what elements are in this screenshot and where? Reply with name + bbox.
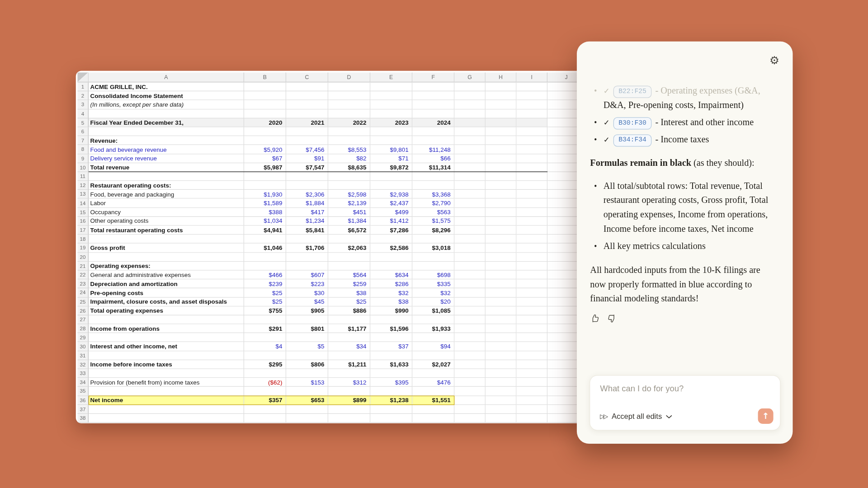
cell-A5[interactable]: Fiscal Year Ended December 31, — [89, 118, 244, 127]
cell-B16[interactable]: $1,034 — [244, 217, 286, 226]
cell-A9[interactable]: Delivery service revenue — [89, 154, 244, 163]
row-header-11[interactable]: 11 — [77, 172, 88, 181]
cell-D19[interactable]: $2,063 — [328, 244, 370, 253]
cell-I34[interactable] — [516, 378, 547, 387]
cell-E14[interactable]: $2,437 — [370, 199, 412, 208]
cell-C14[interactable]: $1,884 — [286, 199, 328, 208]
row-header-18[interactable]: 18 — [77, 235, 88, 244]
cell-H9[interactable] — [486, 154, 517, 163]
cell-G4[interactable] — [454, 109, 486, 118]
cell-I36[interactable] — [516, 396, 547, 405]
row-header-12[interactable]: 12 — [77, 181, 88, 190]
cell-D37[interactable] — [328, 405, 370, 414]
cell-A15[interactable]: Occupancy — [89, 208, 244, 217]
cell-I25[interactable] — [516, 297, 547, 306]
cell-D13[interactable]: $2,598 — [328, 190, 370, 199]
row-header-8[interactable]: 8 — [77, 145, 88, 154]
cell-G5[interactable] — [454, 118, 486, 127]
row-header-30[interactable]: 30 — [77, 342, 88, 351]
cell-F22[interactable]: $698 — [412, 271, 454, 280]
cell-I6[interactable] — [516, 127, 547, 136]
cell-D21[interactable] — [328, 262, 370, 271]
cell-E29[interactable] — [370, 333, 412, 342]
row-header-34[interactable]: 34 — [77, 378, 88, 387]
cell-G1[interactable] — [454, 82, 486, 91]
column-header-D[interactable]: D — [328, 72, 370, 82]
column-header-A[interactable]: A — [89, 72, 244, 82]
cell-E2[interactable] — [370, 91, 412, 100]
cell-F34[interactable]: $476 — [412, 378, 454, 387]
cell-E7[interactable] — [370, 136, 412, 145]
accept-all-edits-button[interactable]: ▷▷ Accept all edits — [600, 412, 672, 420]
cell-B27[interactable] — [244, 315, 286, 324]
cell-F19[interactable]: $3,018 — [412, 244, 454, 253]
cell-E36[interactable]: $1,238 — [370, 396, 412, 405]
cell-I1[interactable] — [516, 82, 547, 91]
cell-C7[interactable] — [286, 136, 328, 145]
cell-G26[interactable] — [454, 306, 486, 315]
cell-A24[interactable]: Pre-opening costs — [89, 288, 244, 297]
cell-C18[interactable] — [286, 235, 328, 244]
cell-I29[interactable] — [516, 333, 547, 342]
cell-G23[interactable] — [454, 280, 486, 289]
row-header-35[interactable]: 35 — [77, 387, 88, 396]
cell-E31[interactable] — [370, 351, 412, 360]
cell-C6[interactable] — [286, 127, 328, 136]
cell-A7[interactable]: Revenue: — [89, 136, 244, 145]
cell-C28[interactable]: $801 — [286, 324, 328, 333]
cell-F11[interactable] — [412, 172, 454, 181]
cell-E34[interactable]: $395 — [370, 378, 412, 387]
row-header-3[interactable]: 3 — [77, 100, 88, 109]
cell-B30[interactable]: $4 — [244, 342, 286, 351]
cell-B3[interactable] — [244, 100, 286, 109]
cell-I37[interactable] — [516, 405, 547, 414]
cell-H6[interactable] — [486, 127, 517, 136]
cell-C34[interactable]: $153 — [286, 378, 328, 387]
row-header-28[interactable]: 28 — [77, 324, 88, 333]
cell-F36[interactable]: $1,551 — [412, 396, 454, 405]
cell-A19[interactable]: Gross profit — [89, 244, 244, 253]
cell-D7[interactable] — [328, 136, 370, 145]
cell-E19[interactable]: $2,586 — [370, 244, 412, 253]
row-header-25[interactable]: 25 — [77, 297, 88, 306]
cell-B15[interactable]: $388 — [244, 208, 286, 217]
cell-E11[interactable] — [370, 172, 412, 181]
cell-B38[interactable] — [244, 414, 286, 423]
cell-I19[interactable] — [516, 244, 547, 253]
cell-G21[interactable] — [454, 262, 486, 271]
cell-G13[interactable] — [454, 190, 486, 199]
cell-E4[interactable] — [370, 109, 412, 118]
cell-E21[interactable] — [370, 262, 412, 271]
cell-I16[interactable] — [516, 217, 547, 226]
cell-F21[interactable] — [412, 262, 454, 271]
cell-G34[interactable] — [454, 378, 486, 387]
column-header-I[interactable]: I — [516, 72, 547, 82]
cell-D33[interactable] — [328, 369, 370, 378]
cell-B20[interactable] — [244, 253, 286, 262]
cell-G8[interactable] — [454, 145, 486, 154]
cell-G19[interactable] — [454, 244, 486, 253]
cell-F12[interactable] — [412, 181, 454, 190]
cell-B28[interactable]: $291 — [244, 324, 286, 333]
send-button[interactable]: ↑ — [758, 408, 773, 424]
cell-G2[interactable] — [454, 91, 486, 100]
cell-I10[interactable] — [516, 163, 547, 172]
cell-H33[interactable] — [486, 369, 517, 378]
cell-I13[interactable] — [516, 190, 547, 199]
cell-I35[interactable] — [516, 387, 547, 396]
cell-I15[interactable] — [516, 208, 547, 217]
cell-A8[interactable]: Food and beverage revenue — [89, 145, 244, 154]
cell-F5[interactable]: 2024 — [412, 118, 454, 127]
row-header-14[interactable]: 14 — [77, 199, 88, 208]
cell-H26[interactable] — [486, 306, 517, 315]
cell-D3[interactable] — [328, 100, 370, 109]
cell-A11[interactable] — [89, 172, 244, 181]
row-header-21[interactable]: 21 — [77, 262, 88, 271]
cell-D15[interactable]: $451 — [328, 208, 370, 217]
cell-E23[interactable]: $286 — [370, 280, 412, 289]
row-header-33[interactable]: 33 — [77, 369, 88, 378]
cell-F1[interactable] — [412, 82, 454, 91]
cell-B4[interactable] — [244, 109, 286, 118]
row-header-27[interactable]: 27 — [77, 315, 88, 324]
cell-B23[interactable]: $239 — [244, 280, 286, 289]
